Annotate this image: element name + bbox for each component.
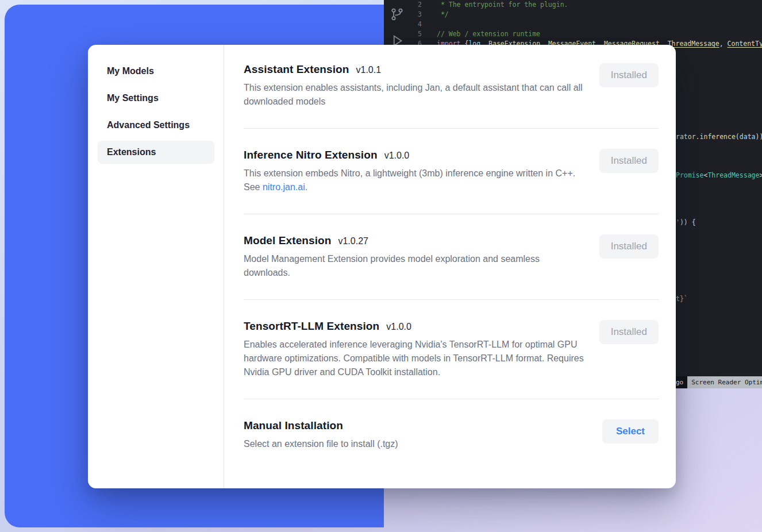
extension-row-model: Model Extension v1.0.27 Model Management… [244, 214, 659, 300]
status-language-label: go [676, 377, 683, 387]
installed-button-model[interactable]: Installed [599, 234, 659, 259]
extension-name: Inference Nitro Extension [244, 149, 378, 161]
code-line: 4 [410, 20, 762, 29]
extension-version: v1.0.1 [356, 65, 382, 75]
extension-description: Model Management Extension provides mode… [244, 252, 584, 280]
code-area[interactable]: 2 * The entrypoint for the plugin.3 */45… [410, 0, 762, 49]
extension-version: v1.0.0 [386, 322, 411, 332]
select-file-button[interactable]: Select [602, 419, 659, 444]
code-fragment: ')) { [676, 218, 696, 228]
sidebar-item-extensions[interactable]: Extensions [98, 141, 214, 164]
line-number: 2 [410, 0, 422, 10]
code-fragment: t}` [676, 294, 688, 304]
installed-button-tensorrt[interactable]: Installed [599, 320, 659, 344]
code-fragment: Promise<ThreadMessage> [676, 171, 762, 180]
settings-sidebar: My Models My Settings Advanced Settings … [88, 45, 224, 488]
code-line: 3 */ [410, 10, 762, 20]
installed-button-nitro[interactable]: Installed [599, 149, 659, 173]
manual-installation-row: Manual Installation Select an extension … [244, 399, 659, 471]
manual-install-description: Select an extension file to install (.tg… [244, 437, 584, 451]
extension-row-tensorrt: TensortRT-LLM Extension v1.0.0 Enables a… [244, 300, 659, 399]
extension-name: Model Extension [244, 234, 331, 247]
line-number: 3 [410, 10, 422, 20]
extension-description: Enables accelerated inference leveraging… [244, 338, 584, 379]
code-text: // Web / extension runtime [437, 29, 540, 39]
extension-name: Assistant Extension [244, 63, 349, 76]
code-text: * The entrypoint for the plugin. [437, 0, 568, 10]
code-fragment: rator.inference(data)); [676, 132, 762, 142]
line-number: 5 [410, 29, 422, 39]
extension-row-nitro: Inference Nitro Extension v1.0.0 This ex… [244, 129, 659, 214]
settings-modal: My Models My Settings Advanced Settings … [88, 45, 676, 488]
extension-description: This extension embeds Nitro, a lightweig… [244, 167, 584, 194]
extension-version: v1.0.27 [338, 236, 368, 246]
sidebar-item-my-models[interactable]: My Models [98, 60, 214, 83]
line-number: 4 [410, 20, 422, 29]
installed-button-assistant[interactable]: Installed [599, 63, 659, 87]
code-text: */ [437, 10, 449, 20]
extension-row-assistant: Assistant Extension v1.0.1 This extensio… [244, 61, 659, 129]
desktop-background: { "settings_card": { "sidebar": { "items… [0, 0, 762, 532]
screen-reader-badge[interactable]: Screen Reader Optimized [687, 376, 762, 388]
extensions-panel: Assistant Extension v1.0.1 This extensio… [224, 45, 676, 488]
sidebar-item-my-settings[interactable]: My Settings [98, 87, 214, 110]
source-control-icon[interactable] [390, 7, 405, 22]
manual-install-title: Manual Installation [244, 419, 343, 432]
code-line: 5// Web / extension runtime [410, 29, 762, 39]
extension-name: TensortRT-LLM Extension [244, 320, 379, 333]
extension-version: v1.0.0 [384, 151, 410, 161]
extension-description: This extension enables assistants, inclu… [244, 81, 584, 109]
nitro-jan-ai-link[interactable]: nitro.jan.ai. [263, 182, 307, 192]
code-line: 2 * The entrypoint for the plugin. [410, 0, 762, 10]
sidebar-item-advanced-settings[interactable]: Advanced Settings [98, 114, 214, 137]
